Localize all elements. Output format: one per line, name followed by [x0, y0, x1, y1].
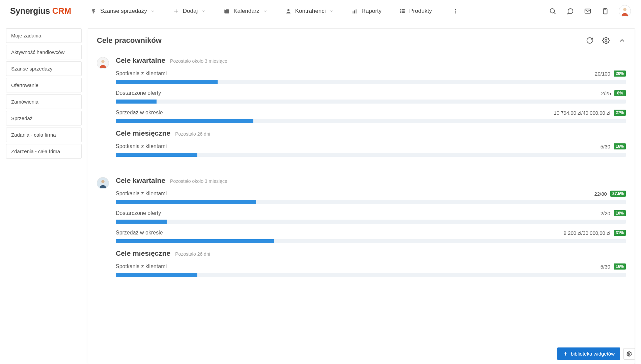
nav-label: Produkty — [409, 8, 432, 15]
nav-sales[interactable]: Szanse sprzedaży — [87, 6, 158, 17]
gear-icon[interactable] — [602, 37, 610, 44]
mail-icon[interactable] — [584, 7, 592, 15]
svg-rect-4 — [354, 10, 355, 13]
goal-value: 10 794,00 zł/40 000,00 zł — [554, 110, 610, 116]
goal: Sprzedaż w okresie9 200 zł/30 000,00 zł3… — [116, 230, 626, 243]
progress-bar — [116, 119, 253, 123]
svg-rect-8 — [400, 12, 401, 13]
goal-badge: 27% — [614, 110, 626, 116]
goal-header: Spotkania z klientami5/3016% — [116, 143, 626, 149]
svg-rect-6 — [400, 9, 401, 10]
bottom-actions: biblioteka widgetów — [557, 347, 635, 360]
calendar-icon — [223, 8, 230, 15]
progress-bar — [116, 239, 274, 243]
goal-section-hint: Pozostało około 3 miesiące — [170, 58, 227, 64]
widget-library-label: biblioteka widgetów — [571, 351, 615, 357]
progress-track — [116, 153, 626, 157]
settings-button[interactable] — [623, 348, 635, 360]
progress-track — [116, 80, 626, 84]
progress-bar — [116, 100, 157, 104]
person-icon — [285, 8, 292, 15]
goal-badge: 27.5% — [610, 191, 626, 197]
refresh-icon[interactable] — [586, 37, 593, 44]
goal: Sprzedaż w okresie10 794,00 zł/40 000,00… — [116, 110, 626, 123]
sidebar-item[interactable]: Zdarzenia - cała frima — [6, 144, 82, 159]
progress-track — [116, 273, 626, 277]
goal-header: Spotkania z klientami5/3016% — [116, 263, 626, 270]
goal-values: 2/258% — [601, 90, 626, 96]
brand-accent: CRM — [52, 6, 71, 16]
goal-values: 10 794,00 zł/40 000,00 zł27% — [554, 110, 626, 116]
goal: Spotkania z klientami22/8027.5% — [116, 191, 626, 204]
panel-title: Cele pracowników — [97, 36, 162, 45]
progress-track — [116, 200, 626, 204]
goal-section-name: Cele miesięczne — [116, 129, 170, 137]
goal-section-title: Cele kwartalnePozostało około 3 miesiące — [116, 56, 626, 64]
svg-rect-11 — [402, 12, 405, 13]
goal-section-name: Cele kwartalne — [116, 56, 165, 64]
goal: Spotkania z klientami20/10020% — [116, 71, 626, 84]
goal-value: 22/80 — [594, 191, 607, 197]
search-icon[interactable] — [549, 7, 557, 15]
sidebar-item[interactable]: Zadania - cała firma — [6, 128, 82, 142]
goal-badge: 10% — [614, 210, 626, 216]
sidebar-item[interactable]: Moje zadania — [6, 28, 82, 43]
nav-label: Kontrahenci — [295, 8, 326, 15]
nav-products[interactable]: Produkty — [396, 6, 435, 17]
user-avatar[interactable] — [619, 5, 631, 17]
nav-reports[interactable]: Raporty — [349, 6, 385, 17]
chevron-down-icon — [263, 9, 268, 13]
sidebar-item[interactable]: Szanse sprzedaży — [6, 61, 82, 76]
progress-bar — [116, 153, 197, 157]
goal-name: Spotkania z klientami — [116, 191, 167, 197]
sidebar-item[interactable]: Ofertowanie — [6, 78, 82, 92]
layout: Moje zadaniaAktywność handlowcówSzanse s… — [0, 22, 641, 364]
goal-header: Dostarczone oferty2/2010% — [116, 210, 626, 216]
widget-library-button[interactable]: biblioteka widgetów — [557, 347, 620, 360]
sidebar-item[interactable]: Sprzedaż — [6, 111, 82, 125]
nav-calendar[interactable]: Kalendarz — [221, 6, 270, 17]
nav-more[interactable] — [449, 6, 462, 17]
goal-badge: 8% — [614, 90, 626, 96]
goal-name: Spotkania z klientami — [116, 143, 167, 149]
nav-add[interactable]: Dodaj — [170, 6, 208, 17]
progress-track — [116, 100, 626, 104]
svg-rect-3 — [353, 11, 353, 13]
svg-point-12 — [455, 9, 456, 10]
goal-values: 22/8027.5% — [594, 191, 626, 197]
nav-contacts[interactable]: Kontrahenci — [282, 6, 337, 17]
more-vertical-icon — [452, 8, 459, 15]
goal-section-hint: Pozostało 26 dni — [175, 131, 210, 137]
goal-value: 2/20 — [601, 211, 610, 216]
grid-icon — [399, 8, 406, 15]
goal-section-title: Cele miesięcznePozostało 26 dni — [116, 129, 626, 137]
sidebar-item[interactable]: Zamówienia — [6, 94, 82, 109]
sidebar-item[interactable]: Aktywność handlowców — [6, 45, 82, 59]
employee-block: Cele kwartalnePozostało około 3 miesiące… — [97, 56, 626, 163]
collapse-icon[interactable] — [618, 37, 626, 44]
main: Cele pracowników Cele kwartalnePozostało… — [88, 28, 635, 364]
chat-icon[interactable] — [566, 7, 574, 15]
goal-badge: 16% — [614, 263, 626, 270]
sidebar: Moje zadaniaAktywność handlowcówSzanse s… — [6, 28, 82, 364]
topbar-actions — [549, 5, 631, 17]
brand-name: Synergius — [10, 6, 50, 16]
goal-section-name: Cele miesięczne — [116, 249, 170, 257]
bars-icon — [352, 8, 358, 15]
goal-header: Dostarczone oferty2/258% — [116, 90, 626, 96]
svg-point-19 — [623, 8, 626, 11]
goal-header: Spotkania z klientami22/8027.5% — [116, 191, 626, 197]
nav-label: Raporty — [362, 8, 382, 15]
progress-bar — [116, 220, 167, 224]
goal-name: Dostarczone oferty — [116, 210, 161, 216]
goal-value: 2/25 — [601, 90, 611, 96]
svg-point-23 — [629, 353, 630, 355]
goal: Dostarczone oferty2/258% — [116, 90, 626, 104]
clipboard-icon[interactable] — [601, 7, 609, 15]
svg-point-2 — [287, 9, 289, 11]
plus-icon — [173, 8, 179, 15]
svg-point-20 — [605, 39, 607, 41]
nav-label: Kalendarz — [233, 8, 259, 15]
svg-rect-5 — [356, 9, 356, 13]
progress-bar — [116, 80, 218, 84]
